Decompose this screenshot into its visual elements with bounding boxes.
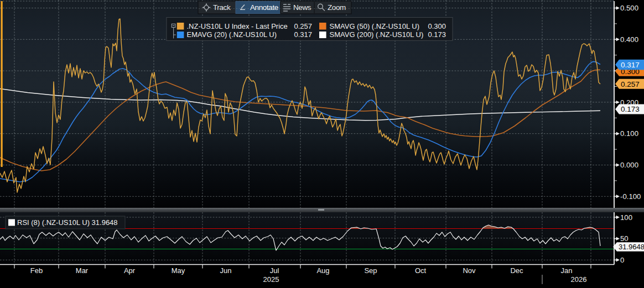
svg-text:Sep: Sep — [364, 266, 377, 275]
svg-text:2025: 2025 — [263, 275, 279, 284]
svg-text:50: 50 — [620, 234, 629, 243]
svg-text:Zoom: Zoom — [328, 3, 346, 12]
svg-text:RSI (8) (.NZ-US10L U) 31.9648: RSI (8) (.NZ-US10L U) 31.9648 — [17, 218, 118, 227]
svg-text:0.257: 0.257 — [294, 22, 312, 30]
svg-text:Jan: Jan — [561, 266, 573, 275]
svg-text:0.173: 0.173 — [428, 30, 446, 39]
svg-text:100: 100 — [620, 213, 632, 222]
svg-text:Dec: Dec — [510, 266, 523, 275]
svg-text:EMAVG (20) (.NZ-US10L U): EMAVG (20) (.NZ-US10L U) — [187, 30, 277, 39]
svg-text:Annotate: Annotate — [250, 3, 278, 12]
svg-text:31.9648: 31.9648 — [619, 243, 644, 251]
svg-text:0.000: 0.000 — [620, 161, 638, 169]
svg-text:Oct: Oct — [415, 266, 427, 275]
svg-text:0.173: 0.173 — [621, 105, 640, 113]
svg-text:0.100: 0.100 — [620, 129, 638, 138]
svg-text:News: News — [293, 3, 311, 12]
svg-text:Track: Track — [213, 3, 231, 12]
svg-text:Jun: Jun — [220, 266, 232, 275]
svg-text:SMAVG (200) (.NZ-US10L U): SMAVG (200) (.NZ-US10L U) — [330, 30, 424, 39]
svg-text:Aug: Aug — [316, 266, 329, 275]
svg-text:Feb: Feb — [30, 266, 43, 275]
svg-text:Apr: Apr — [124, 266, 136, 275]
svg-text:Jul: Jul — [270, 266, 279, 275]
svg-text:-0.100: -0.100 — [620, 192, 641, 201]
svg-text:0.257: 0.257 — [621, 80, 640, 88]
svg-text:0.500: 0.500 — [620, 4, 638, 12]
svg-text:Nov: Nov — [463, 266, 476, 275]
svg-text:2026: 2026 — [571, 275, 587, 284]
svg-text:Mar: Mar — [76, 266, 89, 275]
svg-text:0.317: 0.317 — [621, 61, 640, 69]
svg-text:0.400: 0.400 — [620, 35, 638, 44]
svg-text:0.317: 0.317 — [294, 30, 312, 39]
svg-text:0.300: 0.300 — [428, 22, 446, 30]
svg-text:0: 0 — [620, 256, 624, 264]
svg-text:May: May — [172, 266, 185, 275]
svg-text:SMAVG (50) (.NZ-US10L U): SMAVG (50) (.NZ-US10L U) — [330, 22, 420, 30]
svg-text:.NZ-US10L U Index - Last Price: .NZ-US10L U Index - Last Price — [187, 22, 288, 30]
